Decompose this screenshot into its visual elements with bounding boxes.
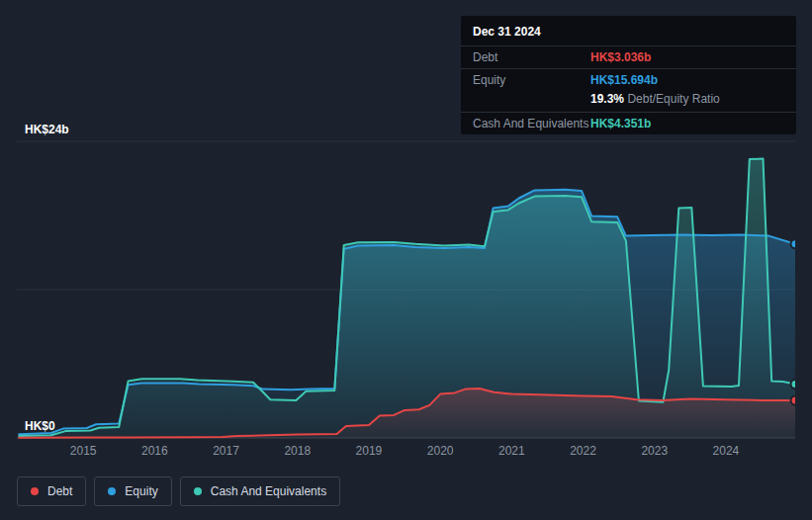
tooltip-row-cash: Cash And Equivalents HK$4.351b (461, 113, 796, 134)
legend-equity-label: Equity (125, 484, 157, 498)
tooltip-row-equity: Equity HK$15.694b (461, 69, 796, 91)
tooltip-cash-label: Cash And Equivalents (473, 117, 590, 130)
tooltip-debt-label: Debt (473, 50, 590, 64)
x-axis-label: 2018 (284, 444, 311, 458)
equity-dot-icon (108, 487, 116, 495)
legend-item-equity[interactable]: Equity (94, 477, 171, 506)
tooltip-debt-value: HK$3.036b (590, 50, 651, 64)
x-axis-label: 2020 (427, 444, 454, 458)
x-axis-label: 2021 (498, 444, 525, 458)
tooltip-equity-label: Equity (473, 73, 590, 87)
chart-plot-area[interactable] (17, 138, 795, 445)
ratio-label: Debt/Equity Ratio (627, 92, 719, 106)
x-axis-label: 2019 (356, 444, 383, 458)
legend-item-debt[interactable]: Debt (17, 477, 86, 506)
legend-cash-label: Cash And Equivalents (211, 484, 326, 498)
tooltip-cash-value: HK$4.351b (590, 117, 651, 130)
y-axis-label-zero: HK$0 (25, 419, 55, 433)
tooltip-date: Dec 31 2024 (461, 16, 796, 45)
ratio-value: 19.3% (590, 92, 624, 106)
x-axis-label: 2016 (141, 444, 168, 458)
cash-dot-icon (194, 487, 202, 495)
tooltip-row-debt: Debt HK$3.036b (461, 46, 796, 68)
balance-sheet-chart-panel: Dec 31 2024 Debt HK$3.036b Equity HK$15.… (0, 0, 812, 520)
chart-legend: Debt Equity Cash And Equivalents (17, 477, 340, 506)
x-axis-label: 2024 (713, 444, 740, 458)
x-axis-label: 2023 (641, 444, 668, 458)
chart-canvas[interactable] (17, 138, 795, 445)
legend-debt-label: Debt (47, 484, 72, 498)
tooltip-debt-equity-ratio: 19.3% Debt/Equity Ratio (461, 91, 796, 112)
x-axis: 2015201620172018201920202021202220232024 (0, 444, 812, 460)
legend-item-cash[interactable]: Cash And Equivalents (180, 477, 340, 506)
x-axis-label: 2022 (570, 444, 596, 458)
debt-dot-icon (31, 487, 39, 495)
chart-tooltip: Dec 31 2024 Debt HK$3.036b Equity HK$15.… (461, 16, 796, 134)
tooltip-equity-value: HK$15.694b (590, 73, 658, 87)
x-axis-label: 2017 (213, 444, 239, 458)
y-axis-label-max: HK$24b (25, 123, 69, 136)
x-axis-label: 2015 (70, 444, 97, 458)
